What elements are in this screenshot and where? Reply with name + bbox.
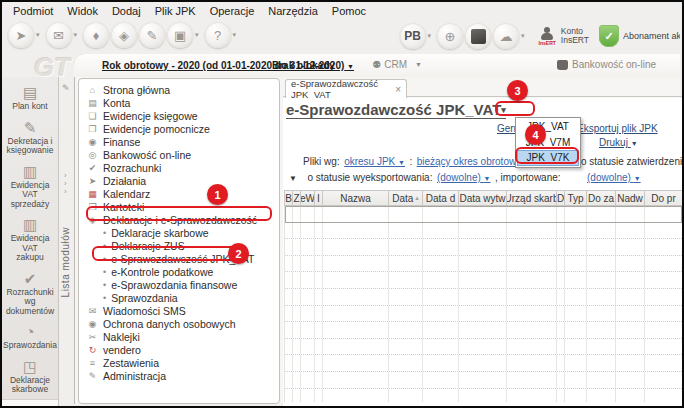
tree-item-deklaracje-skarbowe[interactable]: •Deklaracje skarbowe bbox=[79, 226, 279, 239]
page-title[interactable]: e-Sprawozdawczość JPK_VAT▾ bbox=[286, 101, 506, 119]
tree-item-naklejki[interactable]: ✂Naklejki bbox=[79, 330, 279, 343]
module-ewidencja-vat-zakupu[interactable]: ▥ Ewidencja VATzakupu bbox=[2, 213, 58, 267]
note-glyph: ✎ bbox=[147, 28, 158, 43]
calendar-icon: ▦ bbox=[86, 189, 99, 199]
tree-item-ewidencje-pomocnicze[interactable]: ❐Ewidencje pomocnicze bbox=[79, 122, 279, 135]
lock-status-link[interactable]: Brak blokady bbox=[272, 60, 335, 71]
tab-e-sprawozdawczosc-jpk-vat[interactable]: e-Sprawozdawczość JPK_VAT × bbox=[285, 79, 407, 98]
tree-item-kalendarz[interactable]: ▦Kalendarz bbox=[79, 187, 279, 200]
stamp-glyph: ♦ bbox=[93, 28, 100, 43]
tree-item-dzialania[interactable]: ➤Działania bbox=[79, 174, 279, 187]
close-icon[interactable]: × bbox=[395, 84, 401, 95]
tree-item-kartoteki[interactable]: ❒Kartoteki bbox=[79, 200, 279, 213]
chevron-down-icon[interactable]: ▾ bbox=[233, 31, 237, 39]
tree-item-e-sprawozdania-finansowe[interactable]: •e-Sprawozdania finansowe bbox=[79, 278, 279, 291]
cube-icon[interactable] bbox=[465, 23, 491, 49]
chevron-down-icon[interactable]: ▾ bbox=[74, 31, 78, 39]
chevrons-icon[interactable]: › › › bbox=[64, 172, 67, 196]
pointer-icon[interactable]: ➤ bbox=[8, 22, 34, 48]
filter-status-wyeksportowania-link[interactable]: (dowolne) ▼ bbox=[437, 172, 491, 183]
chevron-down-icon[interactable]: ▾ bbox=[428, 32, 432, 40]
cloud-icon[interactable]: ☁ bbox=[493, 23, 519, 49]
tree-item-finanse[interactable]: ◉Finanse bbox=[79, 135, 279, 148]
menu-dodaj[interactable]: Dodaj bbox=[105, 4, 148, 18]
user-button[interactable]: PB bbox=[400, 23, 426, 49]
column-header-d[interactable]: D bbox=[557, 191, 565, 205]
column-header-nazwa[interactable]: Nazwa bbox=[323, 191, 389, 205]
tree-item-e-sprawozdawczosc-jpk-vat[interactable]: •e-Sprawozdawczość JPK_VAT bbox=[79, 252, 279, 265]
column-header-data-wytw[interactable]: Data wytw bbox=[459, 191, 507, 205]
tag-icon[interactable]: ◈ bbox=[111, 22, 137, 48]
tree-item-strona-glowna[interactable]: ⌂Strona główna bbox=[79, 83, 279, 96]
tree-item-e-kontrole-podatkowe[interactable]: •e-Kontrole podatkowe bbox=[79, 265, 279, 278]
chevron-down-icon[interactable]: ▾ bbox=[36, 31, 40, 39]
tree-item-ewidencje-ksiegowe[interactable]: ❏Ewidencje księgowe bbox=[79, 109, 279, 122]
filter-biezacy-okres-link[interactable]: bieżący okres obrotowy ▼ bbox=[417, 156, 531, 167]
reports-icon: ≡ bbox=[86, 358, 99, 368]
banking-button[interactable]: Bankowość on-line bbox=[557, 59, 656, 70]
module-e-sprawozdawczosc-jpk-vat[interactable]: ✉ e-Sprawozdaw.JPK_VAT bbox=[2, 399, 58, 408]
tree-item-vendero[interactable]: ↻vendero bbox=[79, 343, 279, 356]
note-icon[interactable]: ✎ bbox=[139, 22, 165, 48]
menu-widok[interactable]: Widok bbox=[60, 4, 105, 18]
column-header-data-d[interactable]: Data d bbox=[423, 191, 459, 205]
menu-item-jpk-v7k[interactable]: JPK_V7K bbox=[517, 150, 579, 166]
column-header-ew[interactable]: eW bbox=[301, 191, 315, 205]
tree-item-deklaracje-i-e-sprawozdawczosc[interactable]: ◈Deklaracje i e-Sprawozdawczość bbox=[79, 213, 279, 226]
privacy-shield-icon: ◉ bbox=[86, 319, 99, 329]
tree-item-sprawozdania[interactable]: •Sprawozdania bbox=[79, 291, 279, 304]
table-row bbox=[285, 372, 682, 389]
table-row bbox=[285, 239, 682, 256]
print-link[interactable]: Drukuj ▼ bbox=[599, 137, 638, 148]
module-plan-kont[interactable]: ▤ Plan kont bbox=[2, 81, 58, 116]
module-rozrachunki[interactable]: ✔ Rozrachunki wgdokumentów bbox=[2, 267, 58, 321]
pointer-glyph: ➤ bbox=[16, 28, 27, 43]
column-header-typ[interactable]: Typ bbox=[565, 191, 587, 205]
chevron-down-icon[interactable]: ▾ bbox=[195, 31, 199, 39]
menu-narzedzia[interactable]: Narzędzia bbox=[261, 4, 325, 18]
stamp-icon[interactable]: ♦ bbox=[83, 22, 109, 48]
bullet-icon: • bbox=[103, 241, 106, 251]
menu-operacje[interactable]: Operacje bbox=[203, 4, 262, 18]
coins-icon: ▤ bbox=[23, 84, 37, 102]
insert-account-button[interactable]: InsERT Konto InsERT bbox=[539, 27, 599, 45]
column-header-urzad-skarb[interactable]: Urząd skarb bbox=[507, 191, 557, 205]
tree-item-ochrona-danych-osobowych[interactable]: ◉Ochrona danych osobowych bbox=[79, 317, 279, 330]
column-header-b[interactable]: B bbox=[285, 191, 293, 205]
box-icon[interactable]: ▣ bbox=[167, 22, 193, 48]
filter-importowane-link[interactable]: (dowolne) ▼ bbox=[587, 172, 641, 183]
menu-item-jpk-vat[interactable]: JPK_VAT bbox=[517, 119, 579, 135]
column-header-data[interactable]: Data▴ bbox=[389, 191, 423, 205]
menu-item-jpk-v7m[interactable]: JPK_V7M bbox=[517, 135, 579, 151]
tree-item-konta[interactable]: ▤Konta bbox=[79, 96, 279, 109]
menu-plik-jpk[interactable]: Plik JPK bbox=[148, 4, 203, 18]
filter-okresu-jpk-link[interactable]: okresu JPK ▼ bbox=[344, 156, 405, 167]
tree-item-administracja[interactable]: ✎Administracja bbox=[79, 369, 279, 382]
menu-pomoc[interactable]: Pomoc bbox=[325, 4, 373, 18]
column-header-i[interactable]: I bbox=[315, 191, 323, 205]
filter-label-importowane: , importowane: bbox=[495, 172, 561, 183]
chevron-down-icon[interactable]: ▾ bbox=[521, 32, 525, 40]
globe-icon[interactable]: ⊕ bbox=[437, 23, 463, 49]
crm-button[interactable]: ⚉ CRM ▼ bbox=[372, 59, 422, 70]
column-header-nadw[interactable]: Nadw bbox=[616, 191, 645, 205]
module-sprawozdania[interactable]: ◔ Sprawozdania bbox=[2, 320, 58, 355]
module-deklaracje-skarbowe[interactable]: ◳ Deklaracjeskarbowe bbox=[2, 355, 58, 399]
accounts-icon: ▤ bbox=[86, 98, 99, 108]
tree-item-rozrachunki[interactable]: ✔Rozrachunki bbox=[79, 161, 279, 174]
column-header-do-pr[interactable]: Do pr bbox=[645, 191, 682, 205]
module-dekretacja[interactable]: ✎ Dekretacja iksięgowanie bbox=[2, 116, 58, 160]
envelope-icon[interactable]: ✉ bbox=[46, 22, 72, 48]
column-header-do-za[interactable]: Do za bbox=[587, 191, 616, 205]
filter-separator: : bbox=[409, 156, 412, 167]
help-icon[interactable]: ? bbox=[205, 22, 231, 48]
module-ewidencja-vat-sprzedazy[interactable]: ▥ Ewidencja VATsprzedaży bbox=[2, 160, 58, 214]
tree-item-wiadomosci-sms[interactable]: ✉Wiadomości SMS bbox=[79, 304, 279, 317]
shield-check-icon: ✓ bbox=[599, 25, 619, 47]
tree-item-zestawienia[interactable]: ≡Zestawienia bbox=[79, 356, 279, 369]
tree-item-bankowosc-on-line[interactable]: ◎Bankowość on-line bbox=[79, 148, 279, 161]
column-header-z[interactable]: Z bbox=[293, 191, 301, 205]
tree-item-deklaracje-zus[interactable]: •Deklaracje ZUS bbox=[79, 239, 279, 252]
export-jpk-link[interactable]: Eksportuj plik JPK bbox=[577, 123, 658, 134]
menu-podmiot[interactable]: Podmiot bbox=[6, 4, 60, 18]
